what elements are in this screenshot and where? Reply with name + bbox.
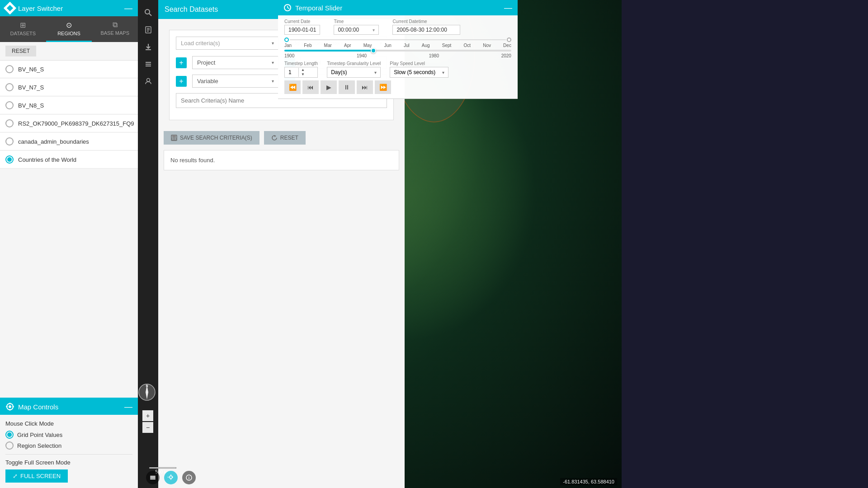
layer-switcher-header-left: Layer Switcher — [5, 4, 63, 13]
mouse-mode-label: Mouse Click Mode — [5, 420, 132, 427]
radio-bv-n7[interactable] — [5, 83, 14, 91]
month-oct: Oct — [463, 43, 471, 48]
month-aug: Aug — [422, 43, 430, 48]
toolbar-import[interactable] — [140, 39, 156, 55]
timestep-granularity-select[interactable]: Day(s) ▾ — [327, 67, 381, 78]
timestep-up[interactable]: ▲ — [299, 68, 307, 72]
radio-bv-n6[interactable] — [5, 65, 14, 73]
time-label: Time — [334, 19, 379, 24]
scale-bar-line — [149, 467, 176, 469]
load-criteria-arrow: ▾ — [272, 41, 274, 46]
reset-btn-label: RESET — [280, 135, 298, 141]
timestep-arrows[interactable]: ▲ ▼ — [298, 68, 307, 77]
person-icon — [144, 77, 152, 85]
current-datetime-label: Current Datetime — [392, 19, 460, 24]
map-icon-3[interactable]: i — [182, 471, 196, 484]
radio-canada[interactable] — [5, 137, 14, 145]
toolbar-layers[interactable] — [140, 56, 156, 72]
layer-item-bv-n8[interactable]: BV_N8_S — [0, 97, 138, 114]
layer-name-bv-n8: BV_N8_S — [18, 102, 44, 109]
variable-select[interactable]: Variable ▾ — [192, 75, 279, 88]
pause-icon: ⏸ — [344, 84, 350, 91]
radio-region-select[interactable]: Region Selection — [5, 441, 132, 450]
toolbar-document[interactable] — [140, 22, 156, 38]
play-speed-select[interactable]: Slow (5 seconds) ▾ — [390, 67, 448, 78]
toolbar-person[interactable] — [140, 73, 156, 89]
tab-basemaps-icon: ⧉ — [113, 21, 118, 29]
controls-divider — [5, 454, 132, 455]
month-track — [290, 39, 506, 40]
map-icon-2[interactable] — [164, 471, 178, 484]
skip-back-button[interactable]: ⏮ — [302, 80, 319, 94]
reset-icon — [271, 135, 278, 141]
load-criteria-select[interactable]: Load criteria(s) ▾ — [176, 37, 279, 50]
search-header-left: Search Datasets — [165, 5, 218, 14]
year-slider-thumb[interactable] — [371, 48, 376, 53]
layer-name-rs2: RS2_OK79000_PK698379_DK627315_FQ9 — [18, 120, 134, 127]
skip-forward-button[interactable]: ⏭ — [357, 80, 373, 94]
radio-bv-n8[interactable] — [5, 101, 14, 109]
radio-countries[interactable] — [5, 155, 14, 164]
fullscreen-icon: ⤢ — [13, 473, 18, 479]
tab-basemaps[interactable]: ⧉ BASE MAPS — [92, 16, 138, 42]
svg-point-40 — [146, 79, 150, 82]
svg-point-29 — [145, 9, 150, 14]
map-icon-1[interactable] — [146, 471, 160, 484]
layer-switcher-minimize[interactable]: — — [124, 4, 132, 12]
svg-rect-4 — [6, 406, 8, 407]
reset-search-button[interactable]: RESET — [264, 131, 306, 145]
zoom-in-button[interactable]: + — [142, 410, 153, 421]
year-1940: 1940 — [357, 53, 367, 58]
zoom-controls: N + − — [142, 388, 153, 434]
current-date-value[interactable]: 1900-01-01 — [284, 25, 320, 35]
svg-line-30 — [149, 14, 151, 16]
tab-regions[interactable]: ⊙ REGIONS — [46, 16, 92, 42]
location-icon — [167, 474, 175, 481]
play-controls: ⏪ ⏮ ▶ ⏸ ⏭ ⏩ — [284, 80, 511, 94]
granularity-arrow: ▾ — [374, 70, 377, 75]
timestep-length-value[interactable]: 1 ▲ ▼ — [284, 67, 318, 78]
layer-item-rs2[interactable]: RS2_OK79000_PK698379_DK627315_FQ9 — [0, 115, 138, 132]
rewind-button[interactable]: ⏪ — [284, 80, 301, 94]
left-panel: Layer Switcher — ⊞ DATASETS ⊙ REGIONS ⧉ … — [0, 0, 138, 488]
month-jul: Jul — [404, 43, 410, 48]
radio-grid-point[interactable]: Grid Point Values — [5, 431, 132, 439]
search-title: Search Datasets — [165, 5, 218, 14]
layer-item-canada[interactable]: canada_admin_boundaries — [0, 133, 138, 150]
radio-region-outer[interactable] — [5, 441, 14, 450]
current-datetime-field: Current Datetime 2005-08-30 12:00:00 — [392, 19, 460, 35]
current-date-label: Current Date — [284, 19, 320, 24]
tab-datasets[interactable]: ⊞ DATASETS — [0, 16, 46, 42]
zoom-out-button[interactable]: − — [142, 422, 153, 433]
svg-rect-18 — [150, 479, 156, 479]
timestep-down[interactable]: ▼ — [299, 72, 307, 77]
fast-forward-button[interactable]: ⏩ — [375, 80, 391, 94]
project-select[interactable]: Project ▾ — [192, 56, 279, 69]
layer-reset-button[interactable]: RESET — [5, 46, 36, 56]
variable-plus[interactable]: + — [176, 76, 187, 87]
tabs-bar: ⊞ DATASETS ⊙ REGIONS ⧉ BASE MAPS — [0, 16, 138, 42]
temporal-minimize[interactable]: — — [504, 4, 512, 12]
year-slider-wrap: 1900 1940 1980 2020 — [284, 50, 511, 58]
info-bottom-icon: i — [185, 474, 193, 481]
layer-item-bv-n7[interactable]: BV_N7_S — [0, 79, 138, 96]
layer-item-bv-n6[interactable]: BV_N6_S — [0, 61, 138, 78]
time-value[interactable]: 00:00:00 ▾ — [334, 25, 379, 35]
year-slider-track[interactable] — [284, 50, 511, 52]
save-search-button[interactable]: SAVE SEARCH CRITERIA(S) — [164, 131, 259, 145]
svg-marker-45 — [274, 135, 276, 137]
month-slider-wrap: Jan Feb Mar Apr May Jun Jul Aug Sept Oct… — [284, 38, 511, 48]
timestep-length-field: Timestep Length 1 ▲ ▼ — [284, 61, 318, 78]
play-button[interactable]: ▶ — [321, 80, 337, 94]
radio-grid-outer[interactable] — [5, 431, 14, 439]
fullscreen-btn-label: FULL SCREEN — [20, 473, 61, 479]
map-controls-minimize[interactable]: — — [124, 403, 132, 411]
tab-regions-label: REGIONS — [57, 31, 80, 36]
layer-item-countries[interactable]: Countries of the World — [0, 151, 138, 169]
year-2020: 2020 — [501, 53, 511, 58]
fullscreen-button[interactable]: ⤢ FULL SCREEN — [5, 469, 68, 483]
pause-button[interactable]: ⏸ — [339, 80, 355, 94]
toolbar-search[interactable] — [140, 5, 156, 21]
radio-rs2[interactable] — [5, 119, 14, 127]
project-plus[interactable]: + — [176, 57, 187, 68]
